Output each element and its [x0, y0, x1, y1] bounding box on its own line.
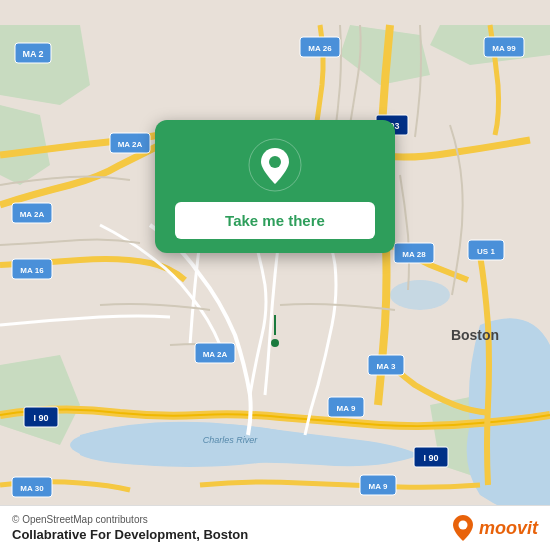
- svg-text:MA 9: MA 9: [337, 404, 356, 413]
- svg-text:MA 2A: MA 2A: [20, 210, 45, 219]
- svg-text:MA 26: MA 26: [308, 44, 332, 53]
- svg-point-7: [390, 280, 450, 310]
- moovit-pin-icon: [452, 514, 474, 542]
- svg-text:Boston: Boston: [451, 327, 499, 343]
- svg-marker-0: [0, 25, 90, 105]
- take-me-there-button[interactable]: Take me there: [175, 202, 375, 239]
- svg-text:MA 9: MA 9: [369, 482, 388, 491]
- svg-text:MA 28: MA 28: [402, 250, 426, 259]
- svg-point-43: [271, 339, 279, 347]
- svg-text:MA 30: MA 30: [20, 484, 44, 493]
- location-pin-icon: [248, 138, 302, 192]
- map-container: MA 2 MA 2A MA 2A MA 16 I 93 MA 28 US 1 M…: [0, 0, 550, 550]
- svg-text:MA 99: MA 99: [492, 44, 516, 53]
- svg-marker-1: [0, 105, 50, 185]
- svg-text:Charles River: Charles River: [203, 435, 259, 445]
- bottom-left-info: © OpenStreetMap contributors Collabrativ…: [12, 514, 248, 542]
- svg-text:MA 2A: MA 2A: [203, 350, 228, 359]
- svg-text:MA 16: MA 16: [20, 266, 44, 275]
- osm-attribution: © OpenStreetMap contributors: [12, 514, 248, 525]
- svg-text:MA 2A: MA 2A: [118, 140, 143, 149]
- moovit-logo: moovit: [452, 514, 538, 542]
- svg-point-45: [269, 156, 281, 168]
- svg-text:MA 2: MA 2: [22, 49, 43, 59]
- svg-text:MA 3: MA 3: [377, 362, 396, 371]
- svg-text:US 1: US 1: [477, 247, 495, 256]
- bottom-bar: © OpenStreetMap contributors Collabrativ…: [0, 505, 550, 550]
- svg-text:I 90: I 90: [423, 453, 438, 463]
- moovit-brand-text: moovit: [479, 518, 538, 539]
- svg-point-46: [458, 521, 467, 530]
- popup-card: Take me there: [155, 120, 395, 253]
- location-label: Collabrative For Development, Boston: [12, 527, 248, 542]
- svg-marker-5: [0, 355, 80, 445]
- map-svg: MA 2 MA 2A MA 2A MA 16 I 93 MA 28 US 1 M…: [0, 0, 550, 550]
- svg-text:I 90: I 90: [33, 413, 48, 423]
